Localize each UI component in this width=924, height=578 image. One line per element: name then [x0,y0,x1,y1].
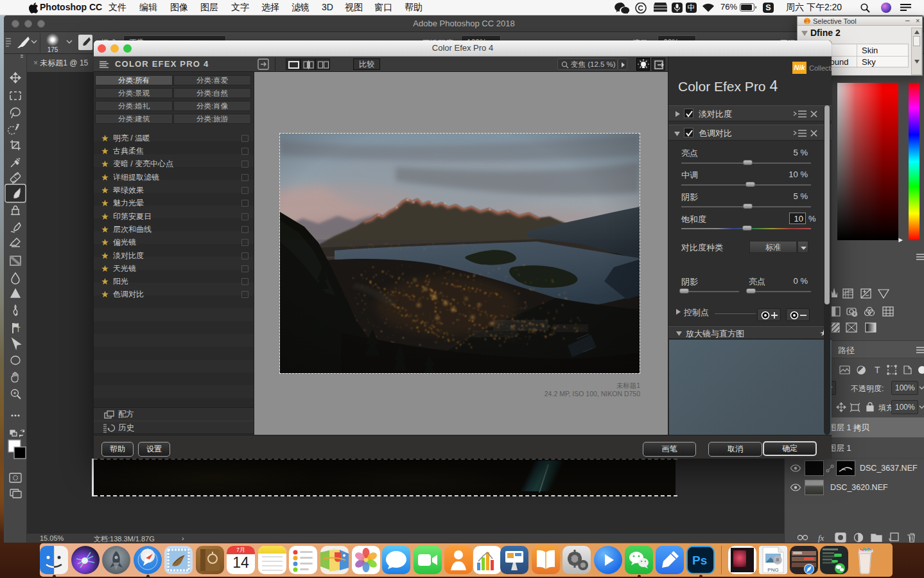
svg-text:PNG: PNG [767,567,778,573]
svg-text:T: T [16,326,21,333]
svg-text:T: T [875,365,880,375]
svg-text:fx: fx [818,533,824,543]
